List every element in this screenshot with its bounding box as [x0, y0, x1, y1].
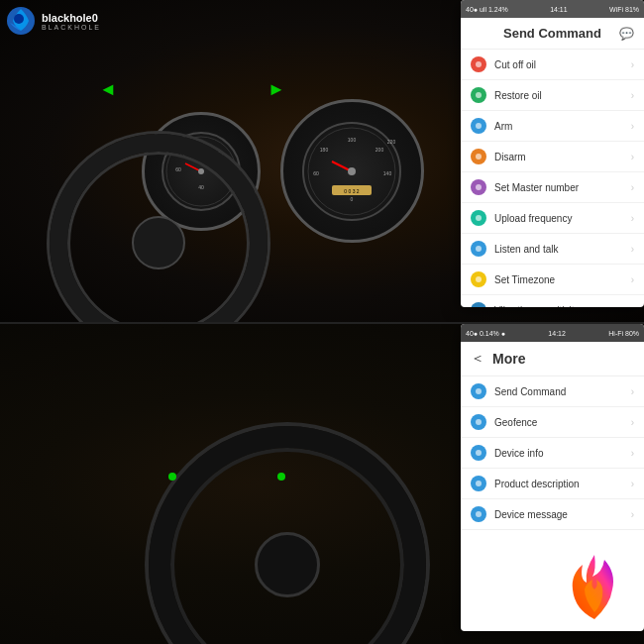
more-icon-device-info [471, 445, 486, 461]
more-item-geofence[interactable]: Geofence › [461, 407, 644, 438]
menu-label-cut-oil: Cut off oil [494, 59, 631, 70]
main-container: 80 40 60 100 140 160 [0, 0, 644, 644]
menu-icon-restore-oil [471, 87, 486, 103]
menu-item-vibration[interactable]: Vibration sensitivity › [461, 295, 644, 307]
right-gauge-inner: 100 0 60 140 180 200 220 [302, 122, 401, 221]
chevron-icon-vibration: › [631, 305, 634, 308]
svg-point-30 [476, 276, 482, 282]
chevron-icon-set-timezone: › [631, 274, 634, 285]
chevron-icon-restore-oil: › [631, 90, 634, 101]
more-label-product-desc: Product description [494, 479, 631, 489]
more-label-device-msg: Device message [494, 509, 631, 520]
more-label-send-command: Send Command [494, 386, 631, 397]
menu-item-disarm[interactable]: Disarm › [461, 142, 644, 172]
blackhole-icon [5, 5, 37, 37]
status-left-bottom: 40● 0.14% ● [466, 330, 505, 337]
chevron-icon-upload-freq: › [631, 213, 634, 224]
menu-icon-upload-freq [471, 210, 486, 226]
more-label-device-info: Device info [494, 448, 631, 459]
svg-text:200: 200 [376, 147, 384, 153]
header-chat-icon: 💬 [619, 27, 634, 41]
status-left-top: 40● ull 1.24% [466, 6, 508, 13]
more-icon-device-msg [471, 506, 486, 522]
svg-text:220: 220 [387, 139, 396, 145]
menu-label-restore-oil: Restore oil [494, 90, 631, 101]
svg-text:140: 140 [383, 170, 392, 176]
svg-point-36 [476, 450, 482, 456]
chevron-icon-arm: › [631, 121, 634, 132]
more-title: More [492, 351, 525, 367]
menu-label-set-timezone: Set Timezone [494, 274, 631, 285]
send-command-title: Send Command [503, 26, 601, 41]
menu-icon-vibration [471, 302, 486, 307]
menu-item-arm[interactable]: Arm › [461, 111, 644, 142]
flame-logo-icon [555, 545, 634, 624]
phone-header-bottom: ＜ More [461, 342, 644, 376]
more-chevron-device-msg: › [631, 509, 634, 520]
svg-point-24 [476, 92, 482, 98]
menu-label-arm: Arm [494, 121, 631, 132]
more-item-send-command[interactable]: Send Command › [461, 376, 644, 407]
more-chevron-send-command: › [631, 386, 634, 397]
menu-label-listen-talk: Listen and talk [494, 244, 631, 255]
status-time-bottom: 14:12 [548, 330, 566, 337]
svg-point-22 [14, 14, 24, 24]
green-arrow-right: ► [268, 79, 285, 100]
svg-text:100: 100 [348, 137, 357, 143]
right-gauge: 100 0 60 140 180 200 220 [280, 99, 424, 243]
svg-point-37 [476, 481, 482, 486]
green-arrow-left: ◄ [99, 79, 117, 100]
menu-item-cut-oil[interactable]: Cut off oil › [461, 50, 644, 80]
svg-text:60: 60 [313, 170, 319, 176]
more-icon-send-command [471, 383, 486, 399]
svg-point-38 [476, 511, 482, 517]
phone-overlay-top: 40● ull 1.24% 14:11 WiFi 81% Send Comman… [461, 0, 644, 307]
chevron-icon-disarm: › [631, 152, 634, 162]
bottom-section: 40● 0.14% ● 14:12 Hi-Fi 80% ＜ More Send … [0, 322, 644, 644]
svg-text:180: 180 [320, 147, 329, 153]
svg-point-35 [476, 419, 482, 425]
brand-subtitle: BLACKHOLE [42, 24, 101, 31]
more-item-device-msg[interactable]: Device message › [461, 499, 644, 530]
menu-item-listen-talk[interactable]: Listen and talk › [461, 234, 644, 265]
brand-name: blackhole0 [42, 12, 101, 24]
phone-header-top: Send Command 💬 [461, 18, 644, 50]
menu-icon-set-master [471, 179, 486, 195]
svg-point-25 [476, 123, 482, 129]
svg-point-29 [476, 246, 482, 252]
menu-item-set-timezone[interactable]: Set Timezone › [461, 265, 644, 295]
menu-item-upload-freq[interactable]: Upload frequency › [461, 203, 644, 234]
more-label-geofence: Geofence [494, 417, 631, 428]
menu-icon-cut-oil [471, 56, 486, 72]
menu-icon-disarm [471, 149, 486, 164]
more-menu-list: Send Command › Geofence › Device info › … [461, 376, 644, 530]
svg-point-26 [476, 154, 482, 160]
menu-icon-listen-talk [471, 241, 486, 257]
blackhole-logo: blackhole0 BLACKHOLE [5, 5, 101, 37]
svg-point-28 [476, 215, 482, 221]
app-logo [555, 545, 634, 624]
svg-point-18 [348, 167, 356, 175]
svg-point-34 [476, 388, 482, 394]
status-right-bottom: Hi-Fi 80% [608, 330, 639, 337]
menu-label-vibration: Vibration sensitivity [494, 305, 631, 308]
more-item-product-desc[interactable]: Product description › [461, 469, 644, 499]
chevron-icon-listen-talk: › [631, 244, 634, 255]
menu-label-disarm: Disarm [494, 152, 631, 162]
menu-label-upload-freq: Upload frequency [494, 213, 631, 224]
svg-point-23 [476, 61, 482, 67]
more-item-device-info[interactable]: Device info › [461, 438, 644, 469]
command-menu-list: Cut off oil › Restore oil › Arm › Disarm… [461, 50, 644, 307]
menu-icon-set-timezone [471, 271, 486, 287]
chevron-icon-set-master: › [631, 182, 634, 193]
svg-point-27 [476, 184, 482, 190]
status-bar-bottom: 40● 0.14% ● 14:12 Hi-Fi 80% [461, 324, 644, 342]
menu-item-restore-oil[interactable]: Restore oil › [461, 80, 644, 111]
back-button[interactable]: ＜ [471, 350, 484, 368]
more-icon-product-desc [471, 476, 486, 491]
more-chevron-device-info: › [631, 448, 634, 459]
top-section: 80 40 60 100 140 160 [0, 0, 644, 322]
status-time-top: 14:11 [550, 6, 568, 13]
menu-label-set-master: Set Master number [494, 182, 631, 193]
menu-item-set-master[interactable]: Set Master number › [461, 172, 644, 203]
